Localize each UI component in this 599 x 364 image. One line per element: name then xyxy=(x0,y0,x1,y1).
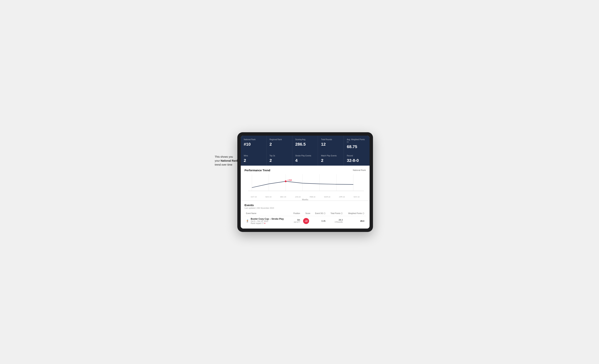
event-position: 6th out of 7 xyxy=(291,216,302,226)
stat-stroke-play-value: 4 xyxy=(295,158,315,163)
stat-match-play-label: Match Play Events xyxy=(321,154,341,157)
col-weighted-points: Weighted Points ⓘ xyxy=(344,211,366,216)
chart-label-feb24: FEB 24 xyxy=(305,196,320,198)
event-icon: 🏌️ xyxy=(246,220,249,222)
performance-chart-label: National Rank xyxy=(353,169,366,171)
stat-match-play: Match Play Events 2 xyxy=(318,152,344,166)
stat-regional-rank-label: Regional Rank xyxy=(270,138,289,141)
chart-label-mar24: MAR 24 xyxy=(320,196,335,198)
rank-impact-arrow: ▼ xyxy=(264,222,266,224)
col-event-sg: Event SG ⓘ xyxy=(312,211,327,216)
stat-record-label: Record xyxy=(347,154,367,157)
annotation-line2: your National Rank xyxy=(215,159,238,162)
total-points-sub: 3 Rounds xyxy=(328,221,343,223)
chart-label-oct23: OCT 23 xyxy=(246,196,261,198)
stats-row-2: Wins 2 Top 3s 2 Stroke Play Events 4 Mat… xyxy=(241,152,370,166)
stat-stroke-play: Stroke Play Events 4 xyxy=(292,152,318,166)
stat-match-play-value: 2 xyxy=(321,158,341,163)
performance-title: Performance Trend xyxy=(245,169,270,172)
stat-scoring-avg: Scoring Avg. 286.5 xyxy=(292,136,318,152)
svg-point-9 xyxy=(285,180,287,182)
stat-total-rounds: Total Rounds 12 xyxy=(318,136,344,152)
scene: This shows you your National Rank trend … xyxy=(215,132,384,232)
event-name-cell: 🏌️ Buster Cozy Cup – Stroke Play Oct 9 –… xyxy=(245,216,291,226)
stat-avg-weighted-points-value: 68.75 xyxy=(347,144,367,149)
stat-record-value: 32-8-0 xyxy=(347,158,367,163)
stat-total-rounds-label: Total Rounds xyxy=(321,138,341,141)
chart-label-nov23: NOV 23 xyxy=(261,196,276,198)
table-row: 🏌️ Buster Cozy Cup – Stroke Play Oct 9 –… xyxy=(245,216,366,226)
weighted-points: 28.3 xyxy=(344,216,366,226)
stat-regional-rank-value: 2 xyxy=(270,142,289,147)
tablet: National Rank #10 Regional Rank 2 Scorin… xyxy=(237,132,373,232)
tablet-screen: National Rank #10 Regional Rank 2 Scorin… xyxy=(241,136,370,229)
stat-top3s-label: Top 3s xyxy=(270,154,289,157)
performance-header: Performance Trend National Rank xyxy=(245,169,366,172)
annotation-line3: trend over time xyxy=(215,163,232,166)
rank-impact: Rank Impact: 3 ▼ xyxy=(251,222,284,224)
chart-label-apr24: APR 24 xyxy=(335,196,349,198)
stat-regional-rank: Regional Rank 2 xyxy=(266,136,292,152)
total-points: 28.3 3 Rounds xyxy=(327,216,344,226)
stat-wins-label: Wins xyxy=(244,154,263,157)
events-title: Events xyxy=(245,204,366,207)
stat-scoring-avg-label: Scoring Avg. xyxy=(295,138,315,141)
event-name: Buster Cozy Cup – Stroke Play xyxy=(251,218,284,220)
stat-stroke-play-label: Stroke Play Events xyxy=(295,154,315,157)
performance-chart: • #10 OCT 23 NOV 23 DEC 23 JAN 24 FEB 24… xyxy=(245,174,366,199)
stat-wins: Wins 2 xyxy=(241,152,266,166)
stat-national-rank-label: National Rank xyxy=(244,138,263,141)
col-total-points: Total Points ⓘ xyxy=(327,211,344,216)
event-sg: 0.45 xyxy=(312,216,327,226)
chart-label-jan24: JAN 24 xyxy=(291,196,305,198)
col-event-name: Event Name xyxy=(245,211,291,216)
annotation-line1: This shows you xyxy=(215,155,233,158)
stat-top3s-value: 2 xyxy=(270,158,289,163)
stat-national-rank-value: #10 xyxy=(244,142,263,147)
event-date: Oct 9 – Oct 10, 2023 xyxy=(251,220,284,222)
chart-label-dec23: DEC 23 xyxy=(276,196,291,198)
table-header-row: Event Name Position Score Event SG ⓘ xyxy=(245,211,366,216)
chart-x-axis-title: Months xyxy=(245,199,366,201)
col-score: Score xyxy=(302,211,312,216)
chart-x-labels: OCT 23 NOV 23 DEC 23 JAN 24 FEB 24 MAR 2… xyxy=(245,196,366,198)
stat-avg-weighted-points: Avg. Weighted Points ⓘ 68.75 xyxy=(344,136,370,152)
events-table: Event Name Position Score Event SG ⓘ xyxy=(245,211,366,226)
stat-record: Record 32-8-0 xyxy=(344,152,370,166)
chart-label-may24: MAY 24 xyxy=(349,196,364,198)
svg-text:• #10: • #10 xyxy=(287,179,292,181)
events-section: Events Last updated: 24th November 2023 … xyxy=(241,201,370,229)
col-position: Position xyxy=(291,211,302,216)
stat-total-rounds-value: 12 xyxy=(321,142,341,147)
chart-svg: • #10 xyxy=(245,174,366,195)
stat-top3s: Top 3s 2 xyxy=(266,152,292,166)
position-sub: out of 7 xyxy=(292,221,300,223)
score-badge: -22 xyxy=(303,218,309,224)
stat-scoring-avg-value: 286.5 xyxy=(295,142,315,147)
performance-section: Performance Trend National Rank xyxy=(241,166,370,200)
event-score: -22 xyxy=(302,216,312,226)
event-info: Buster Cozy Cup – Stroke Play Oct 9 – Oc… xyxy=(251,218,284,224)
events-last-updated: Last updated: 24th November 2023 xyxy=(245,207,366,209)
stat-national-rank: National Rank #10 xyxy=(241,136,266,152)
stat-wins-value: 2 xyxy=(244,158,263,163)
stat-avg-weighted-points-label: Avg. Weighted Points ⓘ xyxy=(347,138,367,143)
stats-row-1: National Rank #10 Regional Rank 2 Scorin… xyxy=(241,136,370,152)
